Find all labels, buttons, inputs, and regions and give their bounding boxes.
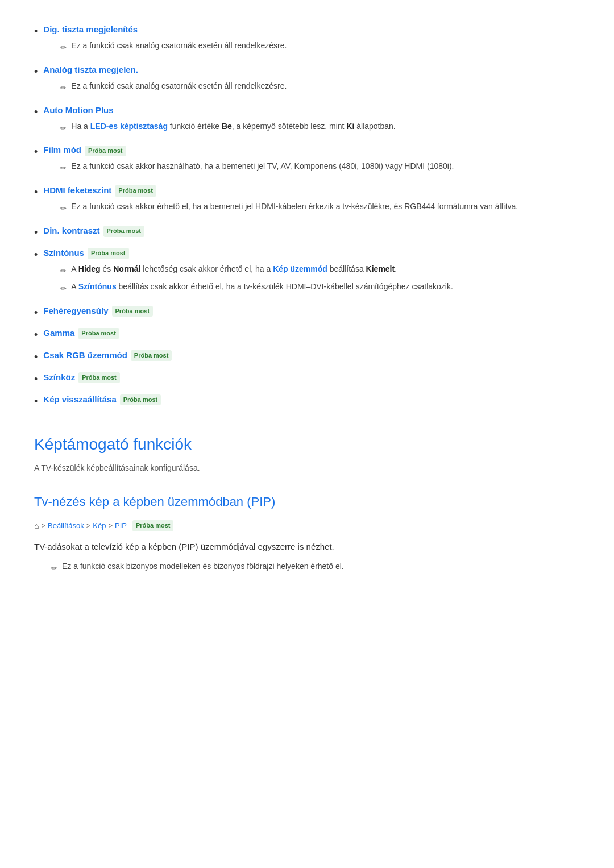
item-label-din-kontraszt: Din. kontraszt <box>43 226 99 235</box>
item-label-hdmi-feketeszint: HDMI feketeszint <box>43 185 111 195</box>
bullet-item-auto-motion: •Auto Motion PlusHa a LED-es képtisztasá… <box>34 103 580 138</box>
section1-heading: Képtámogató funkciók <box>34 432 580 458</box>
item-label-analog-tiszta: Analóg tiszta megjelen. <box>43 65 138 74</box>
bullet-dot: • <box>34 64 38 80</box>
bullet-item-kep-visszaallitasa: •Kép visszaállításaPróba most <box>34 393 580 409</box>
bullet-item-content-gamma: GammaPróba most <box>43 326 580 340</box>
breadcrumb-settings[interactable]: Beállítások <box>48 520 84 532</box>
item-label-auto-motion: Auto Motion Plus <box>43 105 113 115</box>
note-item-film-mod-0: Ez a funkció csak akkor használható, ha … <box>60 160 580 175</box>
breadcrumb-badge: Próba most <box>132 520 174 531</box>
bullet-item-content-feheregyensuly: FehéregyensúlyPróba most <box>43 304 580 318</box>
note-block-analog-tiszta: Ez a funkció csak analóg csatornák eseté… <box>60 80 580 94</box>
badge-szintonus: Próba most <box>88 248 129 259</box>
badge-szinkoz: Próba most <box>78 372 120 384</box>
note-text-auto-motion-0: Ha a LED-es képtisztaság funkció értéke … <box>71 121 395 133</box>
breadcrumb-kep[interactable]: Kép <box>93 520 106 532</box>
badge-hdmi-feketeszint: Próba most <box>115 185 156 197</box>
bullet-item-content-kep-visszaallitasa: Kép visszaállításaPróba most <box>43 393 580 406</box>
section2-heading: Tv-nézés kép a képben üzemmódban (PIP) <box>34 492 580 512</box>
note-item-hdmi-feketeszint-0: Ez a funkció csak akkor érhető el, ha a … <box>60 201 580 215</box>
badge-feheregyensuly: Próba most <box>112 306 154 317</box>
bullet-item-gamma: •GammaPróba most <box>34 326 580 343</box>
pencil-icon-auto-motion-0 <box>60 122 67 135</box>
bullet-item-csak-rgb: •Csak RGB üzemmódPróba most <box>34 348 580 365</box>
bullet-item-content-szinkoz: SzínközPróba most <box>43 371 580 384</box>
bullet-item-feheregyensuly: •FehéregyensúlyPróba most <box>34 304 580 321</box>
bullet-dot: • <box>34 350 38 365</box>
badge-csak-rgb: Próba most <box>131 350 172 362</box>
bullet-item-content-szintonus: SzíntónusPróba mostA Hideg és Normál leh… <box>43 246 580 298</box>
pencil-icon <box>51 562 57 575</box>
pencil-icon-hdmi-feketeszint-0 <box>60 202 67 215</box>
bullet-dot: • <box>34 185 38 200</box>
pencil-icon-analog-tiszta-0 <box>60 81 67 94</box>
breadcrumb-sep3: > <box>108 520 113 532</box>
bullet-dot: • <box>34 372 38 387</box>
item-label-szintonus: Színtónus <box>43 248 84 258</box>
bullet-dot: • <box>34 225 38 240</box>
note-text-dig-tiszta-0: Ez a funkció csak analóg csatornák eseté… <box>71 40 287 52</box>
note-text-szintonus-1: A Színtónus beállítás csak akkor érhető … <box>71 281 453 293</box>
bullet-item-din-kontraszt: •Din. kontrasztPróba most <box>34 224 580 240</box>
bullet-dot: • <box>34 394 38 409</box>
note-block-film-mod: Ez a funkció csak akkor használható, ha … <box>60 160 580 175</box>
bullet-dot: • <box>34 305 38 321</box>
item-label-feheregyensuly: Fehéregyensúly <box>43 306 108 315</box>
breadcrumb-home-icon: ⌂ <box>34 520 39 532</box>
bullet-item-content-hdmi-feketeszint: HDMI feketeszintPróba mostEz a funkció c… <box>43 184 580 218</box>
item-label-szinkoz: Színköz <box>43 372 75 382</box>
item-label-dig-tiszta: Dig. tiszta megjelenítés <box>43 24 138 34</box>
bullet-dot: • <box>34 327 38 343</box>
note-item-auto-motion-0: Ha a LED-es képtisztaság funkció értéke … <box>60 121 580 135</box>
section1-subtitle: A TV-készülék képbeállításainak konfigur… <box>34 462 580 474</box>
note-block-auto-motion: Ha a LED-es képtisztaság funkció értéke … <box>60 121 580 135</box>
bullet-dot: • <box>34 144 38 160</box>
main-bullet-list: •Dig. tiszta megjelenítésEz a funkció cs… <box>34 23 580 409</box>
bullet-item-content-din-kontraszt: Din. kontrasztPróba most <box>43 224 580 238</box>
note-block-dig-tiszta: Ez a funkció csak analóg csatornák eseté… <box>60 40 580 54</box>
note-text-film-mod-0: Ez a funkció csak akkor használható, ha … <box>71 160 454 173</box>
section2-main-text: TV-adásokat a televízió kép a képben (PI… <box>34 540 580 554</box>
breadcrumb: ⌂ > Beállítások > Kép > PIP Próba most <box>34 520 580 532</box>
badge-film-mod: Próba most <box>85 146 126 157</box>
note-text-analog-tiszta-0: Ez a funkció csak analóg csatornák eseté… <box>71 80 287 93</box>
section2-note-item: Ez a funkció csak bizonyos modelleken és… <box>51 560 580 575</box>
item-label-csak-rgb: Csak RGB üzemmód <box>43 350 127 360</box>
bullet-item-analog-tiszta: •Analóg tiszta megjelen.Ez a funkció csa… <box>34 63 580 98</box>
note-item-dig-tiszta-0: Ez a funkció csak analóg csatornák eseté… <box>60 40 580 54</box>
bullet-item-hdmi-feketeszint: •HDMI feketeszintPróba mostEz a funkció … <box>34 184 580 218</box>
bullet-item-szinkoz: •SzínközPróba most <box>34 371 580 387</box>
item-label-film-mod: Film mód <box>43 145 81 155</box>
note-item-szintonus-1: A Színtónus beállítás csak akkor érhető … <box>60 281 580 295</box>
pencil-icon-dig-tiszta-0 <box>60 41 67 54</box>
badge-din-kontraszt: Próba most <box>103 226 145 237</box>
breadcrumb-sep1: > <box>41 520 45 532</box>
bullet-item-content-csak-rgb: Csak RGB üzemmódPróba most <box>43 348 580 362</box>
pencil-icon-szintonus-0 <box>60 264 67 277</box>
badge-kep-visszaallitasa: Próba most <box>120 394 161 406</box>
note-block-hdmi-feketeszint: Ez a funkció csak akkor érhető el, ha a … <box>60 201 580 215</box>
item-label-kep-visszaallitasa: Kép visszaállítása <box>43 394 116 404</box>
bullet-dot: • <box>34 247 38 263</box>
bullet-dot: • <box>34 24 38 39</box>
bullet-item-film-mod: •Film módPróba mostEz a funkció csak akk… <box>34 143 580 178</box>
bullet-item-content-auto-motion: Auto Motion PlusHa a LED-es képtisztaság… <box>43 103 580 138</box>
note-item-analog-tiszta-0: Ez a funkció csak analóg csatornák eseté… <box>60 80 580 94</box>
item-label-gamma: Gamma <box>43 328 74 338</box>
section2-note-block: Ez a funkció csak bizonyos modelleken és… <box>51 560 580 575</box>
breadcrumb-pip[interactable]: PIP <box>115 520 127 532</box>
pencil-icon-film-mod-0 <box>60 161 67 175</box>
section2-note-text: Ez a funkció csak bizonyos modelleken és… <box>62 560 344 573</box>
note-block-szintonus: A Hideg és Normál lehetőség csak akkor é… <box>60 263 580 295</box>
bullet-dot: • <box>34 105 38 120</box>
bullet-item-dig-tiszta: •Dig. tiszta megjelenítésEz a funkció cs… <box>34 23 580 57</box>
note-item-szintonus-0: A Hideg és Normál lehetőség csak akkor é… <box>60 263 580 277</box>
bullet-item-content-film-mod: Film módPróba mostEz a funkció csak akko… <box>43 143 580 178</box>
note-text-szintonus-0: A Hideg és Normál lehetőség csak akkor é… <box>71 263 397 276</box>
pencil-icon-szintonus-1 <box>60 282 67 295</box>
breadcrumb-sep2: > <box>86 520 91 532</box>
bullet-item-content-dig-tiszta: Dig. tiszta megjelenítésEz a funkció csa… <box>43 23 580 57</box>
note-text-hdmi-feketeszint-0: Ez a funkció csak akkor érhető el, ha a … <box>71 201 518 213</box>
bullet-item-content-analog-tiszta: Analóg tiszta megjelen.Ez a funkció csak… <box>43 63 580 98</box>
